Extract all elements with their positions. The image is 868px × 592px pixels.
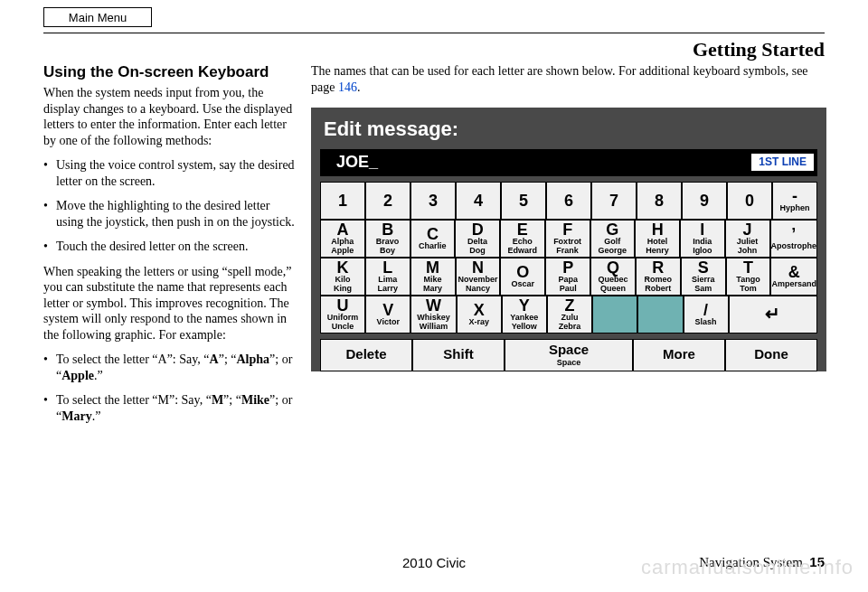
key-z[interactable]: ZZulu Zebra [547,296,592,334]
keyboard-input-value: JOE_ [320,152,751,173]
key-i[interactable]: IIndia Igloo [680,220,725,258]
key-k[interactable]: KKilo King [320,258,365,296]
spell-mode-paragraph: When speaking the letters or using “spel… [43,264,297,343]
key-&[interactable]: &Ampersand [770,258,817,296]
key-8[interactable]: 8 [637,182,682,220]
key--[interactable]: -Hyphen [772,182,817,220]
key-t[interactable]: TTango Tom [726,258,771,296]
key-m[interactable]: MMike Mary [410,258,456,296]
intro-paragraph: When the system needs input from you, th… [43,85,297,148]
key-x[interactable]: XX-ray [457,296,502,334]
keyboard-input-box: JOE_ 1ST LINE [320,149,817,176]
key-u[interactable]: UUniform Uncle [320,296,365,334]
delete-button[interactable]: Delete [320,339,412,371]
space-button[interactable]: Space Space [505,339,633,371]
key-w[interactable]: WWhiskey William [410,296,456,334]
keyboard-row: KKilo KingLLima LarryMMike MaryNNovember… [320,258,817,296]
section-heading: Using the On-screen Keyboard [43,63,297,81]
keyboard-row: AAlpha AppleBBravo BoyCCharlieDDelta Dog… [320,220,817,258]
key-s[interactable]: SSierra Sam [681,258,726,296]
key-j[interactable]: JJuliet John [725,220,770,258]
key-r[interactable]: RRomeo Robert [636,258,681,296]
key-a[interactable]: AAlpha Apple [320,220,365,258]
key-5[interactable]: 5 [501,182,546,220]
right-column: The names that can be used for each lett… [311,63,825,382]
enter-icon: ↵ [765,303,780,325]
keyboard-bottom-row: Delete Shift Space Space More Done [320,339,817,371]
keyboard-title: Edit message: [311,108,826,149]
list-item: Move the highlighting to the desired let… [43,198,297,230]
examples-list: To select the letter “A”: Say, “A”; “Alp… [43,352,297,424]
key-3[interactable]: 3 [410,182,456,220]
key-e[interactable]: EEcho Edward [500,220,545,258]
key-c[interactable]: CCharlie [410,220,456,258]
key-6[interactable]: 6 [546,182,591,220]
list-item: To select the letter “A”: Say, “A”; “Alp… [43,352,297,383]
onscreen-keyboard-panel: Edit message: JOE_ 1ST LINE 1234567890-H… [311,108,826,371]
enter-key[interactable]: ↵ [729,296,817,334]
key-/[interactable]: /Slash [684,296,729,334]
left-column: Using the On-screen Keyboard When the sy… [43,63,297,433]
key-0[interactable]: 0 [727,182,772,220]
done-button[interactable]: Done [725,339,817,371]
key-d[interactable]: DDelta Dog [455,220,500,258]
key-9[interactable]: 9 [682,182,727,220]
keyboard-row: 1234567890-Hyphen [320,182,817,220]
keyboard-row: UUniform UncleVVictorWWhiskey WilliamXX-… [320,296,817,334]
shift-button[interactable]: Shift [412,339,505,371]
watermark: carmanualsonline.info [641,556,854,579]
header-rule [43,33,825,33]
disabled-key [592,296,637,334]
page-header-title: Getting Started [693,38,825,61]
line-badge[interactable]: 1ST LINE [751,154,814,171]
keyboard-grid: 1234567890-Hyphen AAlpha AppleBBravo Boy… [320,182,817,334]
main-menu-button[interactable]: Main Menu [43,7,152,27]
key-l[interactable]: LLima Larry [365,258,410,296]
list-item: To select the letter “M”: Say, “M”; “Mik… [43,392,297,424]
right-intro: The names that can be used for each lett… [311,63,825,95]
key-h[interactable]: HHotel Henry [635,220,680,258]
key-4[interactable]: 4 [456,182,501,220]
main-menu-label: Main Menu [69,11,127,24]
key-y[interactable]: YYankee Yellow [502,296,547,334]
key-f[interactable]: FFoxtrot Frank [545,220,590,258]
more-button[interactable]: More [633,339,725,371]
page-link-146[interactable]: 146 [338,80,357,94]
key-v[interactable]: VVictor [365,296,410,334]
list-item: Touch the desired letter on the screen. [43,239,297,255]
key-2[interactable]: 2 [365,182,410,220]
key-1[interactable]: 1 [320,182,365,220]
key-o[interactable]: OOscar [500,258,545,296]
key-g[interactable]: GGolf George [590,220,636,258]
methods-list: Using the voice control system, say the … [43,157,297,255]
key-b[interactable]: BBravo Boy [365,220,410,258]
disabled-key [637,296,683,334]
key-7[interactable]: 7 [591,182,637,220]
key-q[interactable]: QQuebec Queen [590,258,636,296]
key-n[interactable]: NNovember Nancy [456,258,501,296]
key-’[interactable]: ’Apostrophe [770,220,818,258]
list-item: Using the voice control system, say the … [43,157,297,189]
key-p[interactable]: PPapa Paul [545,258,590,296]
